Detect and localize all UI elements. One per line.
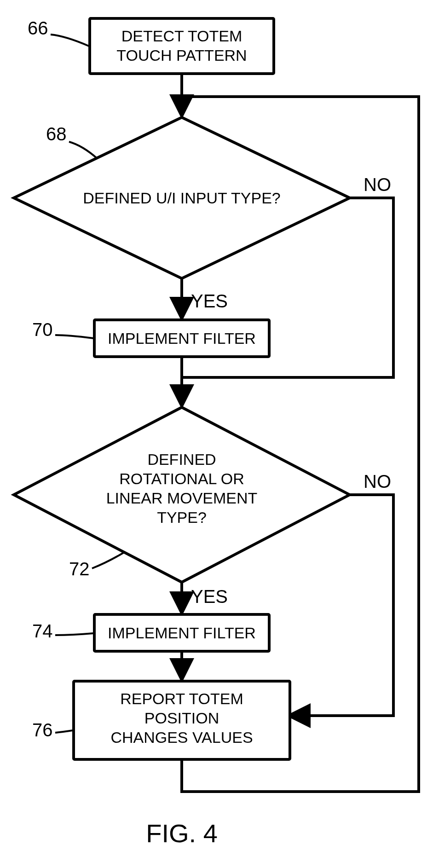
node-76-line1: REPORT TOTEM (120, 690, 243, 707)
ref-66: 66 (28, 18, 48, 38)
node-74: IMPLEMENT FILTER (94, 614, 269, 651)
node-70-text: IMPLEMENT FILTER (108, 330, 256, 347)
node-72-line2: ROTATIONAL OR (119, 470, 244, 487)
ref-72-leader (92, 552, 124, 568)
node-72-line4: TYPE? (157, 509, 207, 526)
node-68-text: DEFINED U/I INPUT TYPE? (83, 189, 281, 207)
node-76-line3: CHANGES VALUES (110, 729, 253, 746)
figure-caption: FIG. 4 (146, 819, 218, 848)
ref-74: 74 (32, 621, 53, 641)
node-72: DEFINED ROTATIONAL OR LINEAR MOVEMENT TY… (14, 407, 350, 582)
node-76-line2: POSITION (144, 709, 219, 727)
node-72-line1: DEFINED (147, 451, 216, 468)
node-70: IMPLEMENT FILTER (94, 320, 269, 357)
svg-rect-0 (90, 18, 274, 74)
ref-74-leader (55, 633, 93, 635)
ref-66-leader (51, 35, 89, 46)
node-74-text: IMPLEMENT FILTER (108, 624, 256, 642)
edge-72-no (290, 495, 393, 716)
node-76: REPORT TOTEM POSITION CHANGES VALUES (74, 681, 290, 759)
edge-68-no-label: NO (364, 174, 391, 195)
ref-72: 72 (69, 559, 90, 579)
ref-76: 76 (32, 720, 53, 740)
node-72-line3: LINEAR MOVEMENT (106, 489, 258, 507)
ref-76-leader (55, 730, 73, 733)
ref-70-leader (55, 335, 93, 338)
node-66-line2: TOUCH PATTERN (116, 46, 247, 64)
node-66-line1: DETECT TOTEM (121, 27, 242, 45)
ref-70: 70 (32, 319, 53, 340)
edge-72-yes-label: YES (191, 586, 228, 607)
ref-68: 68 (46, 124, 67, 144)
node-66: DETECT TOTEM TOUCH PATTERN (90, 18, 274, 74)
edge-72-no-label: NO (364, 471, 391, 492)
edge-68-yes-label: YES (191, 291, 228, 311)
ref-68-leader (69, 142, 98, 159)
